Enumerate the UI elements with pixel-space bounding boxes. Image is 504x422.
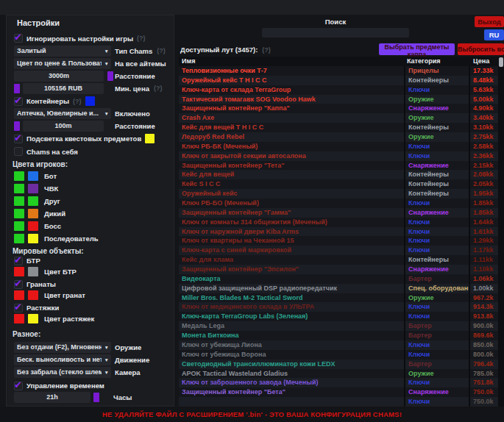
player-color-swatch-1[interactable] <box>14 184 24 193</box>
table-row[interactable]: Защищенный контейнер "Тета"Снаряжение2.1… <box>179 161 498 171</box>
weapon-dropdown[interactable]: Без отдачи (F2), Мгновенное п ▼ <box>14 342 111 353</box>
table-row[interactable]: Ключ-карта от склада TerraGroupКлючи5.63… <box>179 85 498 95</box>
help-icon[interactable]: (?) <box>262 46 271 54</box>
grenades-checkbox[interactable] <box>14 280 23 289</box>
help-icon[interactable]: (?) <box>157 46 166 57</box>
table-row[interactable]: Защищенный контейнер "Каппа"Снаряжение4.… <box>179 104 498 113</box>
table-row[interactable]: Тепловизионные очки Т-7Прицелы17.33kk <box>179 66 498 76</box>
player-color-swatch-2[interactable] <box>28 234 38 243</box>
movement-label: Движение <box>115 354 149 365</box>
item-price: 967.2k <box>469 293 494 303</box>
chams-self-checkbox[interactable] <box>14 147 23 156</box>
btr-color-swatch-1[interactable] <box>14 267 24 276</box>
table-row[interactable]: Ключ от наружной двери Kiba ArmsКлючи1.6… <box>179 227 498 237</box>
all-items-mode-dropdown[interactable]: Цвет по цене & Пользователь ▼ <box>14 58 111 69</box>
help-icon[interactable]: (?) <box>137 35 146 42</box>
player-color-swatch-1[interactable] <box>14 196 24 206</box>
min-price-input[interactable]: 105156 RUB <box>23 83 104 94</box>
search-input[interactable] <box>262 28 409 37</box>
column-header-price[interactable]: Цена <box>473 57 489 66</box>
containers-distance-input[interactable]: 100m <box>23 121 104 132</box>
min-price-color-swatch[interactable] <box>14 84 20 93</box>
containers-mode-dropdown[interactable]: Аптечка, Ювелирные и... ▼ <box>14 108 111 119</box>
table-row[interactable]: Miller Bros. Blades M-2 Tactical SwordОр… <box>179 293 498 303</box>
table-row[interactable]: Ключ РБ-БК (Меченый)Ключи2.58kk <box>179 142 498 151</box>
table-row[interactable]: Кейс для вещей Т Н I С СКонтейнеры3.10kk <box>179 123 498 132</box>
ignore-game-settings-checkbox[interactable] <box>14 34 23 43</box>
table-row[interactable]: Оружейный кейс Т Н I С СКонтейнеры8.48kk <box>179 76 498 85</box>
table-row[interactable]: Ключ-карта TerraGroup Labs (Зеленая)Ключ… <box>179 312 498 321</box>
table-row[interactable]: Защищенный контейнер "Бета"Снаряжение750… <box>179 387 498 397</box>
table-row[interactable]: Ключ от убежища ЛионаКлючи850.0k <box>179 340 498 350</box>
table-row[interactable]: APOK Tactical Wasteland GladiusОружие785… <box>179 369 498 379</box>
hours-input[interactable]: 21h <box>14 392 90 403</box>
table-row[interactable]: Тактический томагавк SOG Voodoo HawkОруж… <box>179 95 498 104</box>
table-row[interactable]: Защищенный контейнер "Эпсилон"Снаряжение… <box>179 265 498 274</box>
player-color-swatch-2[interactable] <box>28 171 38 181</box>
table-row[interactable]: Ключи750.0k <box>179 397 498 407</box>
table-row[interactable]: Ключ от заброшенного завода (Меченый)Клю… <box>179 378 498 387</box>
help-icon[interactable]: (?) <box>154 83 163 94</box>
table-row[interactable]: Кейс для вещейКонтейнеры2.08kk <box>179 170 498 179</box>
time-control-checkbox[interactable] <box>14 382 23 390</box>
tripwire-color-swatch-1[interactable] <box>14 314 24 323</box>
tripwires-checkbox[interactable] <box>14 304 23 312</box>
table-row[interactable]: Медаль LegaБартер900.0k <box>179 321 498 331</box>
grenade-color-swatch-1[interactable] <box>14 290 24 300</box>
table-row[interactable]: Ключ РБ-БО (Меченый)Ключи1.85kk <box>179 199 498 208</box>
containers-color-swatch[interactable] <box>85 96 95 106</box>
table-row[interactable]: Светодиодный трансиллюминатор кожи LEDXБ… <box>179 360 498 369</box>
player-color-swatch-1[interactable] <box>14 171 24 181</box>
movement-dropdown[interactable]: Беск. выносливость и нет уста ▼ <box>14 354 111 365</box>
player-color-swatch-1[interactable] <box>14 234 24 243</box>
distance-input[interactable]: 3000m <box>14 71 104 82</box>
column-header-category[interactable]: Категория <box>407 57 440 66</box>
table-row[interactable]: Crash AxeОружие3.40kk <box>179 113 498 123</box>
chams-type-dropdown[interactable]: Залитый ▼ <box>14 46 111 57</box>
player-color-swatch-2[interactable] <box>28 221 38 231</box>
exit-button[interactable]: Выход <box>475 16 504 27</box>
scrollbar-thumb[interactable] <box>499 57 503 67</box>
help-icon[interactable]: (?) <box>73 98 82 105</box>
hours-color-swatch[interactable] <box>93 393 99 402</box>
table-row[interactable]: Монета БиткоинаБартер869.6k <box>179 331 498 340</box>
table-row[interactable]: Ключ-карта с синей маркировкойКлючи1.17k… <box>179 246 498 255</box>
table-row[interactable]: Ключ от медицинского склада в УЛЬТРАКлюч… <box>179 302 498 312</box>
column-header-name[interactable]: Имя <box>182 57 195 66</box>
table-row[interactable]: Цифровой защищенный DSP радиопередатчикС… <box>179 284 498 293</box>
table-row[interactable]: Ключ от комнаты 314 общежития (Меченый)К… <box>179 218 498 227</box>
search-label: Поиск <box>262 18 409 26</box>
containers-distance-color-swatch[interactable] <box>14 121 20 131</box>
tripwire-color-swatch-2[interactable] <box>28 314 38 323</box>
player-color-swatch-2[interactable] <box>28 209 38 218</box>
distance-color-swatch[interactable] <box>107 71 113 81</box>
table-row[interactable]: Оружейный кейсКонтейнеры1.95kk <box>179 189 498 199</box>
quest-highlight-checkbox[interactable] <box>14 135 23 143</box>
table-row[interactable]: Кейс S I C CКонтейнеры2.05kk <box>179 179 498 189</box>
player-color-swatch-1[interactable] <box>14 221 24 231</box>
player-color-row: ЧВК <box>14 184 58 193</box>
table-row[interactable]: Ключ от квартиры на Чеканной 15Ключи1.29… <box>179 236 498 246</box>
table-row[interactable]: Ключ от закрытой секции автосалонаКлючи2… <box>179 151 498 161</box>
btr-color-swatch-2[interactable] <box>28 267 38 276</box>
player-color-swatch-2[interactable] <box>28 196 38 206</box>
table-row[interactable]: ВидеокартаБартер1.06kk <box>179 274 498 284</box>
player-color-swatch-1[interactable] <box>14 209 24 218</box>
camera-dropdown[interactable]: Без забрала (стекло шлема) ▼ <box>14 367 111 378</box>
quest-highlight-color-swatch[interactable] <box>145 134 155 143</box>
item-category: Снаряжение <box>404 161 469 171</box>
btr-checkbox[interactable] <box>14 257 23 265</box>
item-name: Ключ от наружной двери Kiba Arms <box>179 227 404 237</box>
containers-checkbox[interactable] <box>14 97 23 106</box>
all-items-mode-row: Цвет по цене & Пользователь ▼ На все айт… <box>14 58 169 69</box>
loot-table-scrollbar[interactable] <box>498 57 504 407</box>
grenade-color-swatch-2[interactable] <box>28 290 38 300</box>
select-kappa-items-button[interactable]: Выбрать предметы каппа <box>379 43 455 55</box>
player-color-swatch-2[interactable] <box>28 184 38 193</box>
table-row[interactable]: Ключ от убежища ВоронаКлючи800.0k <box>179 350 498 360</box>
table-row[interactable]: Кейс для хламаКонтейнеры1.11kk <box>179 255 498 265</box>
table-row[interactable]: Защищенный контейнер "Гамма"Снаряжение1.… <box>179 208 498 218</box>
table-row[interactable]: Ледоруб Red RebelОружие2.75kk <box>179 132 498 142</box>
language-button[interactable]: RU <box>484 29 504 40</box>
drop-all-button[interactable]: Выбросить все <box>458 43 504 55</box>
